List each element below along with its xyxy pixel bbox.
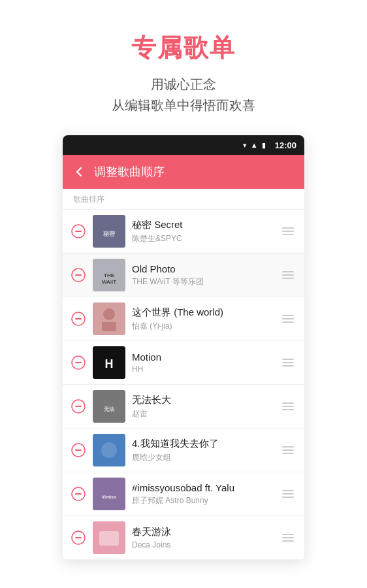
song-title: Motion: [132, 351, 273, 363]
hero-subtitle: 用诚心正念 从编辑歌单中得悟而欢喜: [13, 74, 354, 116]
song-item: 4.我知道我失去你了鹿晗少女组: [63, 429, 304, 472]
back-button[interactable]: [72, 165, 86, 179]
song-artist: 怡嘉 (Yi-jia): [132, 321, 273, 332]
song-info: 春天游泳Deca Joins: [132, 526, 273, 549]
song-title: 无法长大: [132, 394, 273, 406]
song-thumbnail: [93, 302, 125, 335]
song-title: 秘密 Secret: [132, 219, 273, 231]
song-title: 春天游泳: [132, 526, 273, 538]
remove-button[interactable]: [71, 530, 86, 546]
hero-title: 专属歌单: [13, 31, 354, 65]
svg-point-25: [101, 442, 117, 458]
svg-text:秘密: 秘密: [103, 230, 116, 237]
phone-mockup: ▾ ▲ ▮ 12:00 调整歌曲顺序 歌曲排序 秘密秘密 Secret陈楚生&S…: [63, 135, 304, 560]
drag-handle[interactable]: [279, 487, 296, 500]
signal-icon: ▲: [251, 141, 258, 149]
song-item: THEWAiiTOld PhotoTHE WAiiT 等等乐团: [63, 253, 304, 297]
song-title: 这个世界 (The world): [132, 306, 273, 319]
status-time: 12:00: [275, 140, 296, 150]
song-info: 这个世界 (The world)怡嘉 (Yi-jia): [132, 306, 273, 332]
song-info: Old PhotoTHE WAiiT 等等乐团: [132, 263, 273, 287]
song-thumbnail: [93, 521, 125, 554]
drag-handle[interactable]: [279, 312, 296, 325]
song-thumbnail: H: [93, 346, 125, 379]
song-thumbnail: [93, 434, 125, 466]
song-artist: 陈楚生&SPYC: [132, 233, 273, 244]
nav-title: 调整歌曲顺序: [94, 164, 165, 180]
remove-button[interactable]: [71, 399, 86, 414]
remove-button[interactable]: [71, 442, 86, 458]
svg-point-12: [103, 308, 115, 320]
drag-handle[interactable]: [279, 225, 296, 238]
song-artist: 原子邦妮 Astro Bunny: [132, 495, 273, 506]
song-info: 4.我知道我失去你了鹿晗少女组: [132, 438, 273, 463]
section-label: 歌曲排序: [63, 189, 304, 210]
status-bar: ▾ ▲ ▮ 12:00: [63, 135, 304, 155]
drag-handle[interactable]: [279, 356, 296, 369]
remove-button[interactable]: [71, 267, 86, 283]
remove-button[interactable]: [71, 355, 86, 370]
song-item: 无法无法长大赵雷: [63, 385, 304, 429]
song-info: #imissyousobad ft. Yalu原子邦妮 Astro Bunny: [132, 482, 273, 506]
drag-handle[interactable]: [279, 269, 296, 282]
nav-bar: 调整歌曲顺序: [63, 155, 304, 189]
drag-handle[interactable]: [279, 531, 296, 544]
wifi-icon: ▾: [243, 141, 247, 150]
song-artist: Deca Joins: [132, 540, 273, 549]
song-artist: HH: [132, 365, 273, 374]
song-item: 秘密秘密 Secret陈楚生&SPYC: [63, 210, 304, 253]
svg-text:H: H: [105, 357, 114, 370]
svg-rect-33: [99, 531, 119, 546]
svg-text:WAiiT: WAiiT: [102, 279, 116, 285]
song-thumbnail: #imiss: [93, 478, 125, 510]
remove-button[interactable]: [71, 223, 86, 239]
song-title: #imissyousobad ft. Yalu: [132, 482, 273, 493]
song-item: 春天游泳Deca Joins: [63, 516, 304, 560]
song-list: 秘密秘密 Secret陈楚生&SPYC THEWAiiTOld PhotoTHE…: [63, 210, 304, 560]
remove-button[interactable]: [71, 486, 86, 502]
song-title: Old Photo: [132, 263, 273, 274]
song-info: 秘密 Secret陈楚生&SPYC: [132, 219, 273, 244]
song-item: #imiss#imissyousobad ft. Yalu原子邦妮 Astro …: [63, 472, 304, 516]
drag-handle[interactable]: [279, 400, 296, 413]
remove-button[interactable]: [71, 311, 86, 327]
song-artist: THE WAiiT 等等乐团: [132, 276, 273, 287]
hero-section: 专属歌单 用诚心正念 从编辑歌单中得悟而欢喜: [0, 0, 367, 135]
drag-handle[interactable]: [279, 444, 296, 457]
song-title: 4.我知道我失去你了: [132, 438, 273, 450]
svg-text:#imiss: #imiss: [102, 495, 116, 499]
song-item: HMotionHH: [63, 341, 304, 385]
song-info: MotionHH: [132, 351, 273, 374]
svg-rect-28: [93, 478, 125, 510]
svg-rect-13: [102, 322, 116, 331]
song-artist: 赵雷: [132, 408, 273, 419]
song-thumbnail: 无法: [93, 390, 125, 423]
battery-icon: ▮: [262, 141, 266, 150]
song-artist: 鹿晗少女组: [132, 452, 273, 463]
svg-text:无法: 无法: [103, 406, 115, 412]
svg-text:THE: THE: [104, 272, 115, 278]
song-item: 这个世界 (The world)怡嘉 (Yi-jia): [63, 297, 304, 341]
song-thumbnail: THEWAiiT: [93, 259, 125, 291]
song-info: 无法长大赵雷: [132, 394, 273, 419]
song-thumbnail: 秘密: [93, 215, 125, 248]
